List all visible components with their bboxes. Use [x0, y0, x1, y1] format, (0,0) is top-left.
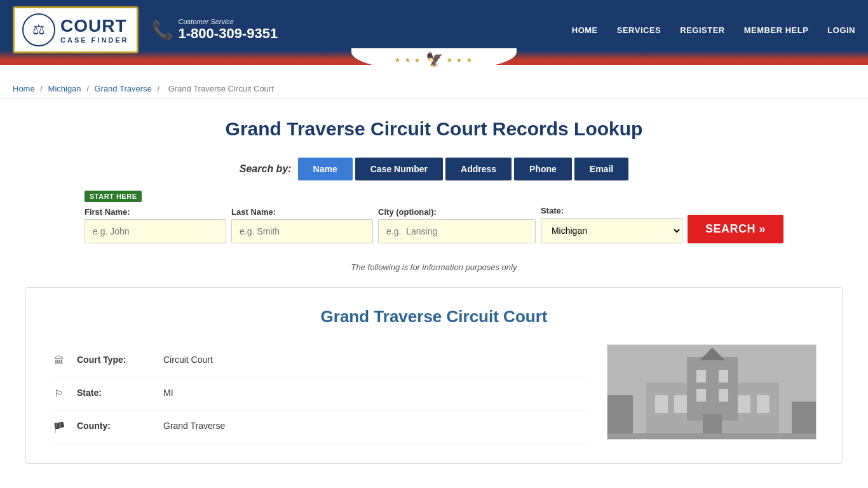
main-nav: HOME SERVICES REGISTER MEMBER HELP LOGIN — [572, 25, 855, 35]
courthouse-photo — [607, 345, 816, 439]
breadcrumb-grand-traverse[interactable]: Grand Traverse — [94, 84, 151, 93]
county-icon: 🏴 — [51, 421, 67, 433]
disclaimer: The following is for information purpose… — [351, 262, 517, 272]
city-input[interactable] — [378, 219, 536, 243]
breadcrumb-sep-3: / — [157, 84, 161, 93]
first-name-label: First Name: — [85, 207, 226, 217]
svg-rect-8 — [738, 395, 750, 413]
search-by-label: Search by: — [240, 163, 292, 175]
header-left: ⚖ COURT CASE FINDER 📞 Customer Service 1… — [13, 6, 278, 53]
court-info-title: Grand Traverse Circuit Court — [51, 307, 817, 327]
court-info-content: 🏛 Court Type: Circuit Court 🏳 State: MI … — [51, 344, 817, 444]
svg-rect-11 — [719, 370, 728, 383]
start-here-badge: START HERE — [85, 191, 142, 202]
search-by-row: Search by: Name Case Number Address Phon… — [240, 158, 628, 180]
phone-icon: 📞 — [151, 20, 173, 41]
tab-email[interactable]: Email — [574, 158, 628, 180]
svg-rect-7 — [674, 395, 687, 413]
eagle-icon: 🦅 — [426, 51, 443, 68]
svg-rect-4 — [687, 357, 738, 421]
customer-service: 📞 Customer Service 1-800-309-9351 — [151, 18, 278, 42]
nav-home[interactable]: HOME — [572, 25, 598, 35]
city-field: City (optional): — [378, 207, 536, 243]
page-title: Grand Traverse Circuit Court Records Loo… — [25, 118, 843, 140]
breadcrumb: Home / Michigan / Grand Traverse / Grand… — [0, 76, 868, 99]
logo: ⚖ COURT CASE FINDER — [13, 6, 139, 53]
nav-services[interactable]: SERVICES — [617, 25, 661, 35]
last-name-field: Last Name: — [231, 207, 373, 243]
search-section: Search by: Name Case Number Address Phon… — [25, 158, 843, 272]
logo-case-finder-text: CASE FINDER — [60, 36, 129, 44]
court-type-label: Court Type: — [77, 355, 153, 365]
nav-register[interactable]: REGISTER — [680, 25, 724, 35]
search-button[interactable]: SEARCH » — [688, 215, 783, 243]
svg-rect-16 — [607, 433, 816, 439]
state-icon: 🏳 — [51, 388, 67, 400]
eagle-banner: ★ ★ ★ 🦅 ★ ★ ★ — [351, 48, 517, 71]
svg-rect-6 — [655, 395, 668, 413]
city-label: City (optional): — [378, 207, 536, 217]
court-info-details: 🏛 Court Type: Circuit Court 🏳 State: MI … — [51, 344, 588, 444]
cs-text: Customer Service 1-800-309-9351 — [179, 18, 278, 42]
svg-rect-13 — [719, 389, 728, 402]
main-content: Grand Traverse Circuit Court Records Loo… — [0, 99, 868, 477]
court-type-value: Circuit Court — [163, 355, 213, 365]
stars-left: ★ ★ ★ — [395, 57, 422, 64]
court-info-box: Grand Traverse Circuit Court 🏛 Court Typ… — [25, 287, 843, 464]
state-value: MI — [163, 388, 173, 398]
tab-phone[interactable]: Phone — [514, 158, 572, 180]
tab-name[interactable]: Name — [298, 158, 353, 180]
courthouse-svg — [607, 345, 816, 439]
svg-rect-12 — [696, 389, 706, 402]
search-form-container: START HERE First Name: Last Name: City (… — [85, 191, 783, 243]
breadcrumb-michigan[interactable]: Michigan — [48, 84, 81, 93]
nav-login[interactable]: LOGIN — [827, 25, 855, 35]
search-tabs: Name Case Number Address Phone Email — [298, 158, 629, 180]
form-row: First Name: Last Name: City (optional): … — [85, 206, 783, 243]
header: ⚖ COURT CASE FINDER 📞 Customer Service 1… — [0, 0, 868, 60]
logo-court-text: COURT — [60, 16, 129, 36]
svg-rect-1 — [607, 395, 633, 439]
breadcrumb-sep-1: / — [40, 84, 44, 93]
county-row: 🏴 County: Grand Traverse — [51, 410, 588, 444]
eagle-content: ★ ★ ★ 🦅 ★ ★ ★ — [395, 51, 473, 68]
cs-phone: 1-800-309-9351 — [179, 25, 278, 42]
county-label: County: — [77, 421, 153, 431]
breadcrumb-current: Grand Traverse Circuit Court — [168, 84, 274, 93]
state-select[interactable]: Michigan Alabama Alaska Arizona Californ… — [541, 218, 682, 243]
logo-emblem: ⚖ — [22, 13, 55, 46]
state-row: 🏳 State: MI — [51, 377, 588, 410]
state-label: State: — [541, 206, 682, 215]
last-name-input[interactable] — [231, 219, 373, 243]
last-name-label: Last Name: — [231, 207, 373, 217]
tab-case-number[interactable]: Case Number — [355, 158, 443, 180]
first-name-input[interactable] — [85, 219, 226, 243]
state-label-info: State: — [77, 388, 153, 398]
state-field: State: Michigan Alabama Alaska Arizona C… — [541, 206, 682, 243]
breadcrumb-sep-2: / — [86, 84, 91, 93]
county-value: Grand Traverse — [163, 421, 225, 431]
svg-rect-10 — [696, 370, 706, 383]
svg-rect-9 — [757, 395, 770, 413]
court-type-row: 🏛 Court Type: Circuit Court — [51, 344, 588, 377]
logo-text: COURT CASE FINDER — [60, 16, 129, 44]
cs-label: Customer Service — [179, 18, 278, 25]
breadcrumb-home[interactable]: Home — [13, 84, 35, 93]
nav-member-help[interactable]: MEMBER HELP — [744, 25, 809, 35]
first-name-field: First Name: — [85, 207, 226, 243]
court-type-icon: 🏛 — [51, 355, 67, 367]
stars-right: ★ ★ ★ — [447, 57, 474, 64]
tab-address[interactable]: Address — [445, 158, 512, 180]
court-image — [607, 344, 817, 440]
